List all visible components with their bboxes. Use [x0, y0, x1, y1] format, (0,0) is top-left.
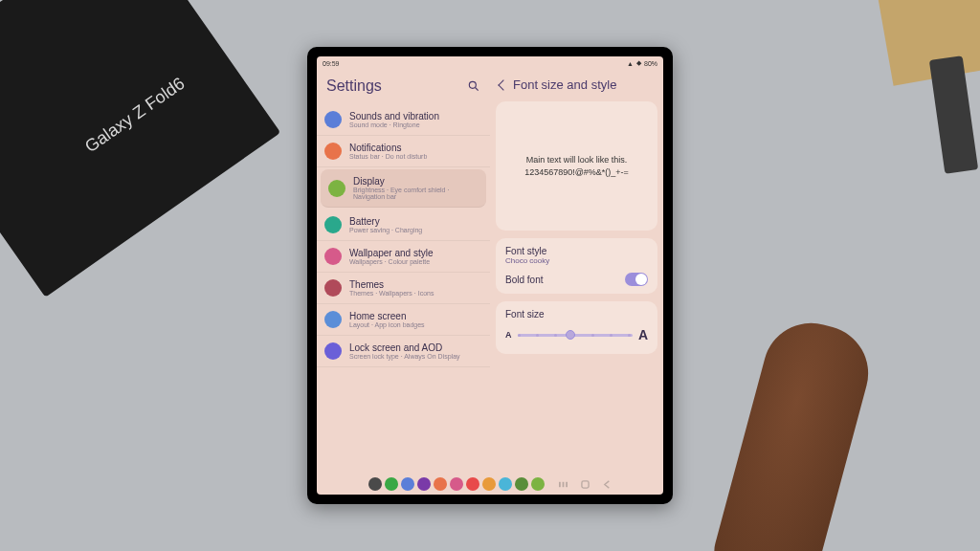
status-right: ▲ ◆ 80% — [627, 59, 657, 67]
bold-font-label: Bold font — [505, 275, 543, 285]
back-button[interactable] — [603, 480, 612, 489]
svg-point-0 — [469, 81, 476, 88]
size-indicator-large: A — [638, 327, 648, 342]
home-button[interactable] — [581, 480, 590, 489]
preview-line-1: Main text will look like this. — [524, 154, 629, 166]
bold-font-toggle[interactable] — [625, 273, 648, 286]
setting-item-wallpaper-and-style[interactable]: Wallpaper and styleWallpapers · Colour p… — [317, 241, 490, 273]
setting-subtitle: Brightness · Eye comfort shield · Naviga… — [353, 187, 479, 200]
taskbar-app-icon[interactable] — [482, 477, 496, 491]
taskbar-app-icon[interactable] — [450, 477, 463, 491]
setting-name: Sounds and vibration — [349, 111, 482, 121]
settings-list: Sounds and vibrationSound mode · Rington… — [317, 104, 490, 474]
setting-icon — [324, 342, 342, 360]
product-box — [0, 0, 280, 298]
setting-subtitle: Themes · Wallpapers · Icons — [349, 290, 482, 297]
detail-title: Font size and style — [513, 77, 616, 92]
setting-name: Wallpaper and style — [349, 248, 482, 258]
setting-item-notifications[interactable]: NotificationsStatus bar · Do not disturb — [317, 136, 490, 167]
font-size-slider[interactable] — [518, 334, 633, 337]
taskbar-app-icon[interactable] — [401, 477, 414, 491]
setting-name: Home screen — [349, 311, 482, 321]
setting-text: DisplayBrightness · Eye comfort shield ·… — [353, 176, 479, 200]
setting-icon — [324, 311, 342, 328]
svg-rect-4 — [566, 481, 568, 486]
setting-text: Lock screen and AODScreen lock type · Al… — [349, 342, 482, 360]
toggle-knob — [635, 274, 647, 285]
setting-subtitle: Status bar · Do not disturb — [349, 153, 482, 160]
signal-icon: ▲ — [627, 60, 634, 67]
setting-item-battery[interactable]: BatteryPower saving · Charging — [317, 209, 490, 241]
screen: 09:59 ▲ ◆ 80% Settings Sounds and vibrat… — [317, 56, 663, 495]
taskbar-app-icon[interactable] — [368, 477, 382, 491]
setting-icon — [324, 143, 342, 160]
size-indicator-small: A — [505, 330, 512, 340]
setting-subtitle: Sound mode · Ringtone — [349, 121, 482, 128]
svg-rect-5 — [582, 480, 589, 487]
taskbar-app-icon[interactable] — [515, 477, 528, 491]
setting-text: Sounds and vibrationSound mode · Rington… — [349, 111, 482, 128]
setting-subtitle: Layout · App icon badges — [349, 321, 482, 328]
nav-buttons — [559, 480, 612, 489]
setting-item-display[interactable]: DisplayBrightness · Eye comfort shield ·… — [321, 169, 486, 208]
taskbar-app-icon[interactable] — [385, 477, 398, 491]
taskbar-app-icon[interactable] — [417, 477, 431, 491]
setting-name: Notifications — [349, 143, 482, 153]
font-preview-card: Main text will look like this. 123456789… — [496, 101, 657, 231]
font-size-label: Font size — [505, 309, 648, 320]
svg-rect-2 — [559, 481, 561, 486]
setting-icon — [324, 216, 342, 233]
settings-panel: Settings Sounds and vibrationSound mode … — [317, 70, 490, 474]
svg-line-1 — [476, 88, 479, 91]
settings-title: Settings — [326, 77, 382, 95]
taskbar-app-icon[interactable] — [499, 477, 512, 491]
detail-panel: Font size and style Main text will look … — [490, 70, 663, 474]
status-bar: 09:59 ▲ ◆ 80% — [317, 56, 663, 70]
setting-text: ThemesThemes · Wallpapers · Icons — [349, 279, 482, 297]
setting-name: Themes — [349, 279, 482, 290]
setting-text: Home screenLayout · App icon badges — [349, 311, 482, 328]
setting-icon — [324, 248, 342, 265]
search-icon[interactable] — [467, 79, 480, 93]
setting-item-themes[interactable]: ThemesThemes · Wallpapers · Icons — [317, 273, 490, 304]
font-style-card: Font style Choco cooky Bold font — [496, 238, 657, 294]
setting-icon — [324, 279, 342, 297]
setting-text: Wallpaper and styleWallpapers · Colour p… — [349, 248, 482, 265]
wifi-icon: ◆ — [636, 59, 641, 67]
battery-text: 80% — [644, 60, 657, 67]
status-time: 09:59 — [323, 60, 340, 67]
font-style-value: Choco cooky — [505, 256, 648, 265]
preview-line-2: 1234567890!@#%&*()_+-= — [524, 166, 629, 179]
settings-header: Settings — [317, 70, 490, 104]
font-size-card: Font size A A — [496, 301, 657, 354]
taskbar — [317, 474, 663, 495]
user-finger — [708, 313, 880, 551]
setting-text: BatteryPower saving · Charging — [349, 216, 482, 233]
font-preview-text: Main text will look like this. 123456789… — [524, 154, 629, 178]
recents-button[interactable] — [559, 480, 568, 489]
setting-item-sounds-and-vibration[interactable]: Sounds and vibrationSound mode · Rington… — [317, 104, 490, 136]
font-size-slider-row: A A — [505, 327, 648, 342]
setting-item-lock-screen-and-aod[interactable]: Lock screen and AODScreen lock type · Al… — [317, 336, 490, 367]
taskbar-app-icon[interactable] — [531, 477, 545, 491]
bold-font-row[interactable]: Bold font — [505, 273, 648, 286]
detail-header: Font size and style — [496, 70, 657, 101]
setting-icon — [328, 180, 345, 197]
back-icon[interactable] — [498, 79, 508, 90]
font-style-label: Font style — [505, 246, 648, 256]
taskbar-app-icon[interactable] — [434, 477, 447, 491]
content-area: Settings Sounds and vibrationSound mode … — [317, 70, 663, 474]
setting-subtitle: Power saving · Charging — [349, 227, 482, 233]
setting-icon — [324, 111, 342, 128]
setting-name: Battery — [349, 216, 482, 227]
tablet-device: 09:59 ▲ ◆ 80% Settings Sounds and vibrat… — [307, 47, 673, 504]
slider-thumb[interactable] — [566, 330, 575, 340]
setting-text: NotificationsStatus bar · Do not disturb — [349, 143, 482, 160]
setting-name: Lock screen and AOD — [349, 342, 482, 353]
setting-subtitle: Screen lock type · Always On Display — [349, 353, 482, 360]
setting-item-home-screen[interactable]: Home screenLayout · App icon badges — [317, 304, 490, 336]
setting-subtitle: Wallpapers · Colour palette — [349, 258, 482, 265]
taskbar-app-icon[interactable] — [466, 477, 479, 491]
font-style-row[interactable]: Font style Choco cooky — [505, 246, 648, 265]
desk-clip — [929, 55, 978, 174]
